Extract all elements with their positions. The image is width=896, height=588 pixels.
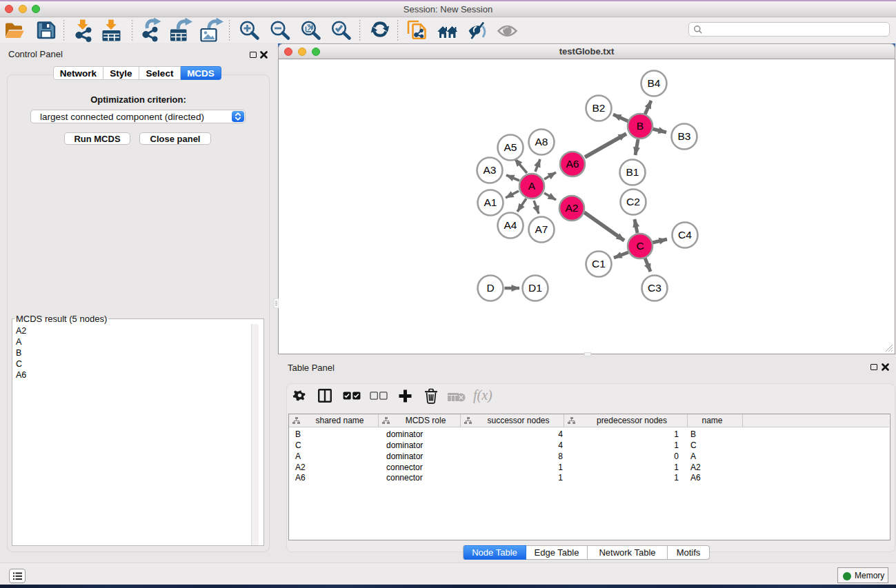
- svg-text:A1: A1: [484, 196, 497, 208]
- svg-text:C2: C2: [626, 196, 640, 207]
- svg-text:B: B: [637, 120, 644, 132]
- svg-text:B2: B2: [593, 102, 606, 114]
- svg-text:C: C: [636, 240, 644, 252]
- svg-text:B1: B1: [626, 166, 639, 178]
- svg-text:A: A: [528, 180, 536, 192]
- svg-text:C1: C1: [592, 258, 606, 270]
- svg-text:A3: A3: [484, 164, 497, 176]
- svg-text:C4: C4: [678, 229, 692, 241]
- svg-text:C3: C3: [648, 282, 661, 294]
- svg-text:A8: A8: [535, 136, 548, 148]
- svg-text:A5: A5: [504, 141, 517, 153]
- svg-text:B3: B3: [678, 130, 691, 142]
- svg-text:D: D: [486, 282, 494, 294]
- svg-text:A4: A4: [504, 219, 517, 231]
- svg-text:A2: A2: [566, 202, 579, 214]
- svg-text:A6: A6: [566, 158, 579, 170]
- svg-text:B4: B4: [648, 77, 661, 89]
- svg-text:D1: D1: [528, 282, 542, 294]
- svg-text:A7: A7: [535, 223, 548, 235]
